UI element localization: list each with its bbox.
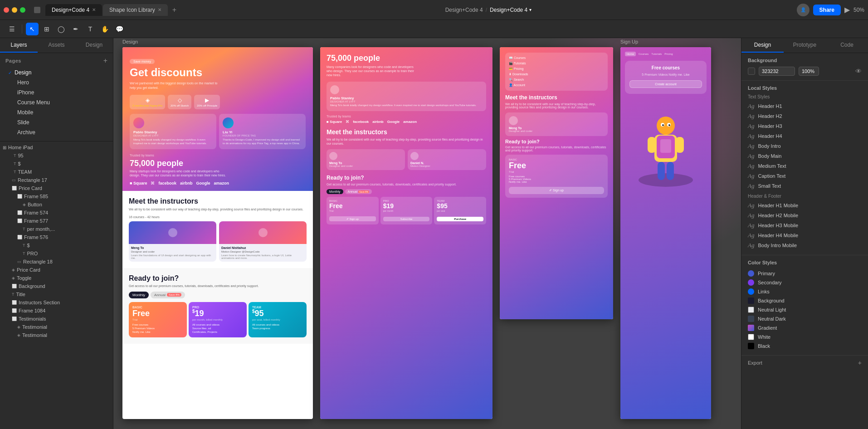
design-frame-2[interactable]: 75,000 people Many companies look for de… <box>320 47 493 419</box>
f2-toggle-annual[interactable]: Annual Save 8% <box>345 189 372 194</box>
style-header-h4[interactable]: Ag Header H4 <box>748 131 862 141</box>
style-h1-mobile[interactable]: Ag Header H1 Mobile <box>748 200 862 210</box>
share-button[interactable]: Share <box>813 5 841 15</box>
select-tool[interactable]: ↖ <box>26 23 39 35</box>
minimize-button[interactable] <box>12 7 17 13</box>
toggle-annual[interactable]: Annual Save 8% <box>151 292 185 298</box>
style-h4-mobile[interactable]: Ag Header H4 Mobile <box>748 230 862 240</box>
tab-design-left[interactable]: Design <box>75 38 113 53</box>
style-h2-mobile[interactable]: Ag Header H2 Mobile <box>748 210 862 220</box>
design-frame-3[interactable]: 📖 Courses 🎬 Tutorials 💳 Pricing ⬇ Downlo… <box>500 47 613 319</box>
layer-rect-17[interactable]: ▭ Rectangle 17 <box>0 176 113 184</box>
color-gradient[interactable]: Gradient <box>748 323 862 332</box>
add-export-button[interactable]: + <box>858 359 862 366</box>
comment-tool[interactable]: 💬 <box>113 23 126 35</box>
text-tool[interactable]: T <box>84 23 97 35</box>
f2-signup-btn[interactable]: ✐ Sign up <box>329 216 376 221</box>
layer-testimonial-2[interactable]: ◈ Testimonial <box>0 331 113 339</box>
tab-close-shape[interactable]: ✕ <box>158 7 161 12</box>
design-frame-4[interactable]: Home Courses Tutorials Pricing Free cour… <box>620 47 711 419</box>
canvas[interactable]: Design Save money Get discounts We've pa… <box>113 38 741 429</box>
color-black[interactable]: Black <box>748 341 862 351</box>
play-icon[interactable]: ▶ <box>844 5 850 14</box>
bg-opacity-input[interactable] <box>799 67 819 76</box>
color-neutral-dark[interactable]: Neutral Dark <box>748 314 862 323</box>
tab-code[interactable]: Code <box>826 38 868 53</box>
bg-hex-input[interactable] <box>759 67 795 76</box>
layer-testimonials[interactable]: ⬜ Testimonials <box>0 315 113 323</box>
page-item-mobile[interactable]: Mobile <box>5 107 107 117</box>
f3-signup-btn[interactable]: ✐ Sign up <box>509 187 604 194</box>
layer-95[interactable]: T 95 <box>0 151 113 160</box>
style-header-h3[interactable]: Ag Header H3 <box>748 121 862 131</box>
style-header-h1[interactable]: Ag Header H1 <box>748 101 862 111</box>
tab-layers[interactable]: Layers <box>0 38 38 53</box>
page-item-course-menu[interactable]: Course Menu <box>5 98 107 107</box>
style-header-h2[interactable]: Ag Header H2 <box>748 111 862 121</box>
page-item-archive[interactable]: Archive <box>5 127 107 137</box>
toggle-monthly[interactable]: Monthly <box>129 292 149 298</box>
tab-assets[interactable]: Assets <box>38 38 75 53</box>
visibility-icon[interactable]: 👁 <box>855 68 862 75</box>
menu-icon[interactable]: ☰ <box>5 23 18 35</box>
page-item-hero[interactable]: Hero <box>5 78 107 88</box>
color-white[interactable]: White <box>748 332 862 341</box>
layer-team[interactable]: T TEAM <box>0 168 113 176</box>
page-item-design[interactable]: ✓ Design <box>5 68 107 78</box>
color-background[interactable]: Background <box>748 296 862 305</box>
tab-prototype[interactable]: Prototype <box>784 38 826 53</box>
style-medium-text[interactable]: Ag Medium Text <box>748 161 862 171</box>
style-h3-mobile[interactable]: Ag Header H3 Mobile <box>748 220 862 230</box>
style-caption-text[interactable]: Ag Caption Text <box>748 171 862 181</box>
layer-price-card-1[interactable]: ⬜ Price Card <box>0 184 113 192</box>
color-primary[interactable]: Primary <box>748 269 862 278</box>
layer-testimonial-1[interactable]: ◈ Testimonial <box>0 323 113 331</box>
layer-frame-574[interactable]: ⬜ Frame 574 <box>0 209 113 217</box>
design-frame-1[interactable]: Save money Get discounts We've partnered… <box>122 47 313 419</box>
layer-home-ipad[interactable]: ⊞ Home iPad <box>0 143 113 151</box>
bg-color-swatch[interactable] <box>748 68 755 75</box>
f4-create-btn[interactable]: Create account <box>629 80 702 88</box>
close-button[interactable] <box>4 7 9 13</box>
tab-shape-icon[interactable]: Shape Icon Library ✕ <box>103 4 168 16</box>
layer-dollar-1[interactable]: T $ <box>0 160 113 168</box>
style-small-text[interactable]: Ag Small Text <box>748 181 862 191</box>
tab-close-design-code[interactable]: ✕ <box>92 7 96 12</box>
layer-rect-18[interactable]: ▭ Rectangle 18 <box>0 258 113 266</box>
tab-design-right[interactable]: Design <box>741 38 784 53</box>
breadcrumb-parent[interactable]: Design+Code 4 <box>445 7 483 13</box>
color-neutral-light[interactable]: Neutral Light <box>748 305 862 314</box>
style-body-intro[interactable]: Ag Body Intro <box>748 141 862 151</box>
layer-price-card-2[interactable]: ◈ Price Card <box>0 266 113 274</box>
f2-toggle-monthly[interactable]: Monthly <box>327 189 343 194</box>
color-links[interactable]: Links <box>748 287 862 296</box>
hand-tool[interactable]: ✋ <box>98 23 111 35</box>
layer-dollar-2[interactable]: T $ <box>0 241 113 249</box>
frame-tool[interactable]: ⊞ <box>40 23 53 35</box>
color-secondary[interactable]: Secondary <box>748 278 862 287</box>
zoom-level[interactable]: 50% <box>853 7 864 13</box>
page-item-slide[interactable]: Slide <box>5 117 107 127</box>
layer-instructors[interactable]: ⬜ Instructors Section <box>0 298 113 307</box>
page-item-iphone[interactable]: iPhone <box>5 88 107 98</box>
layer-frame-577[interactable]: ⬜ Frame 577 <box>0 217 113 225</box>
style-body-main[interactable]: Ag Body Main <box>748 151 862 161</box>
pen-tool[interactable]: ✒ <box>69 23 82 35</box>
maximize-button[interactable] <box>20 7 25 13</box>
style-body-intro-mobile[interactable]: Ag Body Intro Mobile <box>748 240 862 250</box>
layer-per-month[interactable]: T per month,... <box>0 225 113 233</box>
tab-design-code[interactable]: Design+Code 4 ✕ <box>45 4 102 16</box>
layer-pro[interactable]: T PRO <box>0 249 113 258</box>
layer-frame-576[interactable]: ⬜ Frame 576 <box>0 233 113 241</box>
shape-tool[interactable]: ◯ <box>55 23 68 35</box>
f2-purchase-btn[interactable]: Purchase <box>437 217 483 221</box>
f2-subscribe-btn[interactable]: Subscribe <box>383 217 430 221</box>
layer-toggle[interactable]: ◈ Toggle <box>0 274 113 282</box>
layer-title[interactable]: T Title <box>0 290 113 298</box>
layer-background[interactable]: ⬜ Background <box>0 282 113 290</box>
layer-frame-1084[interactable]: ⬜ Frame 1084 <box>0 307 113 315</box>
add-page-button[interactable]: + <box>103 57 107 65</box>
add-tab-button[interactable]: + <box>169 4 180 16</box>
layer-frame-585[interactable]: ⬜ Frame 585 <box>0 192 113 200</box>
layer-button[interactable]: ◈ Button <box>0 200 113 209</box>
